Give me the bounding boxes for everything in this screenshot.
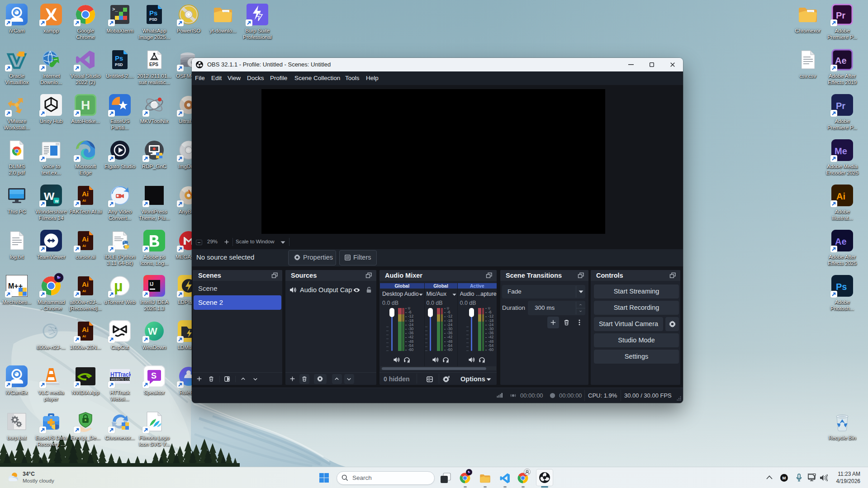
- svg-text:-60: -60: [408, 347, 414, 352]
- svg-text:-60: -60: [447, 347, 453, 352]
- svg-text:-60: -60: [488, 347, 494, 352]
